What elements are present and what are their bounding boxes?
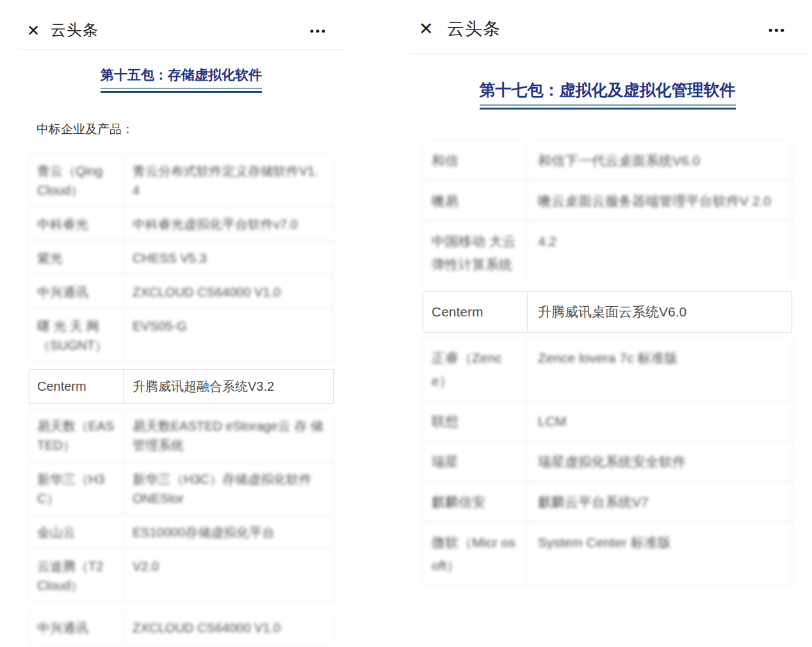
right-screenshot-panel: ✕ 云头条 ••• 第十七包：虚拟化及虚拟化管理软件 和信 和信下一代云桌面系统… — [406, 0, 812, 647]
vendor-cell: 微软（Micr osoft） — [423, 523, 528, 586]
vendor-cell: 金山云 — [29, 516, 124, 549]
product-cell: 噢云桌面云服务器端管理平台软件V 2.0 — [528, 181, 792, 221]
product-cell: 4.2 — [528, 222, 792, 284]
table-row: Centerm 升腾威讯桌面云系统V6.0 — [423, 291, 792, 332]
app-title: 云头条 — [51, 22, 99, 38]
table-row: 麒麟信安 麒麟云平台系统V7 — [423, 482, 792, 523]
vendor-cell: 云途腾（T2 Cloud） — [29, 550, 124, 602]
table-row: 易天数（EASTED） 易天数EASTED eStorage云 存 储管理系统 — [29, 409, 334, 463]
vendor-cell: 联想 — [423, 402, 528, 441]
table-row: 中兴通讯 ZXCLOUD CS64000 V1.0 — [29, 610, 334, 645]
more-menu-icon[interactable]: ••• — [310, 26, 327, 37]
product-cell: 升腾威讯超融合系统V3.2 — [124, 370, 333, 403]
product-cell: 麒麟云平台系统V7 — [528, 482, 792, 522]
section-title-text: 第十五包：存储虚拟化软件 — [101, 67, 262, 82]
app-title: 云头条 — [447, 20, 501, 38]
table-row: 瑞星 瑞星虚拟化系统安全软件 — [423, 441, 792, 482]
table-row: 联想 LCM — [423, 401, 792, 442]
title-underline-top — [480, 104, 736, 106]
vendor-cell: Centerm — [29, 370, 124, 403]
vendor-cell: 中兴通讯 — [29, 275, 124, 309]
table-row: 云途腾（T2 Cloud） V2.0 — [29, 549, 334, 603]
left-article: 第十五包：存储虚拟化软件 中标企业及产品： 青云（Qing Cloud） 青云分… — [29, 49, 334, 645]
product-cell: 升腾威讯桌面云系统V6.0 — [528, 292, 792, 332]
title-underline-top — [101, 88, 262, 89]
title-underline-bottom — [101, 91, 262, 93]
product-cell: System Center 标准版 — [528, 523, 792, 586]
winners-table: 和信 和信下一代云桌面系统V6.0 噢易 噢云桌面云服务器端管理平台软件V 2.… — [423, 140, 792, 586]
product-cell: 易天数EASTED eStorage云 存 储管理系统 — [124, 409, 333, 462]
product-cell: 和信下一代云桌面系统V6.0 — [528, 141, 792, 181]
product-cell: Zence lovera 7c 标准版 — [528, 338, 792, 401]
table-row: 青云（Qing Cloud） 青云分布式软件定义存储软件V1.4 — [29, 154, 334, 208]
section-title: 第十五包：存储虚拟化软件 — [101, 66, 262, 93]
vendor-cell: 麒麟信安 — [423, 482, 528, 522]
product-cell: ZXCLOUD CS64000 V1.0 — [124, 611, 333, 644]
title-underline-bottom — [480, 108, 736, 110]
table-row: 金山云 ES10000存储虚拟化平台 — [29, 515, 334, 550]
product-cell: EVS05-G — [124, 309, 333, 362]
table-row: 新华三（H3C） 新华三（H3C）存储虚拟化软件 ONEStor — [29, 462, 334, 516]
stitched-screenshots: ✕ 云头条 ••• 第十五包：存储虚拟化软件 中标企业及产品： 青云（Qing … — [0, 0, 812, 647]
winners-table: 青云（Qing Cloud） 青云分布式软件定义存储软件V1.4 中科睿光 中科… — [29, 154, 334, 603]
table-row: 和信 和信下一代云桌面系统V6.0 — [423, 140, 792, 181]
product-cell: ES10000存储虚拟化平台 — [124, 516, 333, 549]
product-cell: 新华三（H3C）存储虚拟化软件 ONEStor — [124, 463, 333, 515]
product-cell: 青云分布式软件定义存储软件V1.4 — [124, 154, 333, 207]
product-cell: V2.0 — [124, 550, 333, 602]
intro-text: 中标企业及产品： — [29, 121, 334, 138]
table-row: 曙 光 天 网 （SUGNT） EVS05-G — [29, 309, 334, 363]
vendor-cell: Centerm — [423, 292, 528, 332]
product-cell: 瑞星虚拟化系统安全软件 — [528, 442, 792, 482]
vendor-cell: 中国移动 大云弹性计算系统 — [423, 222, 528, 284]
vendor-cell: 正睿（Zence） — [423, 338, 528, 401]
table-row: 微软（Micr osoft） System Center 标准版 — [423, 522, 792, 586]
vendor-cell: 紫光 — [29, 242, 124, 275]
section-title-text: 第十七包：虚拟化及虚拟化管理软件 — [480, 81, 736, 99]
table-row: 噢易 噢云桌面云服务器端管理平台软件V 2.0 — [423, 181, 792, 222]
product-cell: CHESS V5.3 — [124, 242, 333, 275]
vendor-cell: 中兴通讯 — [29, 611, 124, 644]
product-cell: ZXCLOUD CS64000 V1.0 — [124, 275, 333, 309]
close-icon[interactable]: ✕ — [27, 23, 40, 38]
product-cell: 中科睿光虚拟化平台软件v7.0 — [124, 208, 333, 241]
product-cell: LCM — [528, 402, 792, 441]
vendor-cell: 曙 光 天 网 （SUGNT） — [29, 309, 124, 362]
table-row: 中兴通讯 ZXCLOUD CS64000 V1.0 — [29, 275, 334, 309]
table-row: 紫光 CHESS V5.3 — [29, 241, 334, 275]
vendor-cell: 噢易 — [423, 181, 528, 221]
more-menu-icon[interactable]: ••• — [768, 24, 786, 36]
vendor-cell: 中科睿光 — [29, 208, 124, 241]
table-row: 中科睿光 中科睿光虚拟化平台软件v7.0 — [29, 207, 334, 242]
vendor-cell: 新华三（H3C） — [29, 463, 124, 515]
section-title-wrap: 第十七包：虚拟化及虚拟化管理软件 — [423, 79, 792, 110]
section-title-wrap: 第十五包：存储虚拟化软件 — [29, 66, 334, 93]
table-row: Centerm 升腾威讯超融合系统V3.2 — [29, 369, 334, 404]
vendor-cell: 和信 — [423, 141, 528, 181]
table-row: 中国移动 大云弹性计算系统 4.2 — [423, 221, 792, 285]
vendor-cell: 瑞星 — [423, 442, 528, 482]
left-screenshot-panel: ✕ 云头条 ••• 第十五包：存储虚拟化软件 中标企业及产品： 青云（Qing … — [0, 0, 406, 647]
next-table-fragment: 中兴通讯 ZXCLOUD CS64000 V1.0 — [29, 610, 334, 645]
section-title: 第十七包：虚拟化及虚拟化管理软件 — [480, 79, 736, 110]
table-row: 正睿（Zence） Zence lovera 7c 标准版 — [423, 338, 792, 402]
right-article: 第十七包：虚拟化及虚拟化管理软件 和信 和信下一代云桌面系统V6.0 噢易 噢云… — [423, 54, 792, 586]
vendor-cell: 青云（Qing Cloud） — [29, 154, 124, 207]
vendor-cell: 易天数（EASTED） — [29, 409, 124, 462]
close-icon[interactable]: ✕ — [419, 20, 434, 38]
